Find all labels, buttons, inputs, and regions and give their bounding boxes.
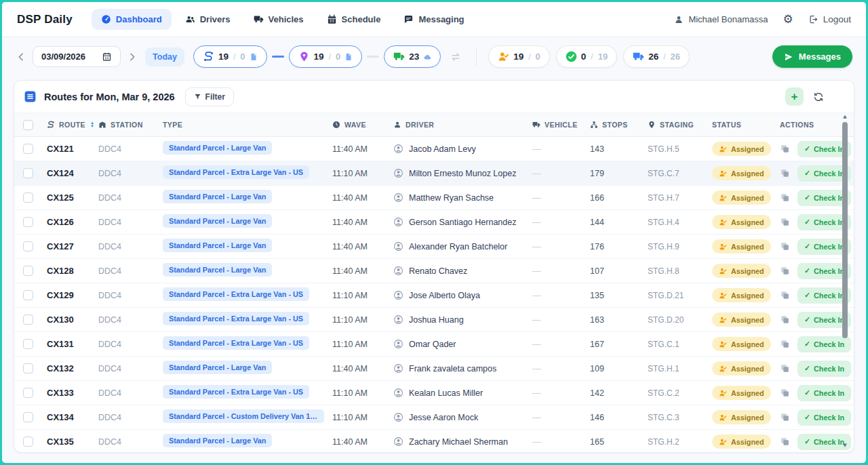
row-checkbox[interactable] <box>23 144 33 154</box>
row-checkbox[interactable] <box>23 217 33 227</box>
wave-time: 11:10 AM <box>332 413 368 422</box>
station-value: DDC4 <box>98 169 121 178</box>
check-icon: ✓ <box>804 315 810 324</box>
top-navigation: DSP Daily Dashboard Drivers Vehicles Sch… <box>2 2 866 37</box>
user-account[interactable]: Michael Bonamassa <box>674 14 768 24</box>
table-row[interactable]: CX128 DDC4 Standard Parcel - Large Van 1… <box>14 259 854 283</box>
vehicle-value: — <box>532 218 541 227</box>
fleet-denom: 26 <box>671 52 680 62</box>
table-row[interactable]: CX131 DDC4 Standard Parcel - Extra Large… <box>14 332 854 357</box>
row-checkbox[interactable] <box>23 412 33 422</box>
copy-icon[interactable] <box>780 437 790 447</box>
nav-tab-vehicles[interactable]: Vehicles <box>244 9 313 30</box>
check-icon: ✓ <box>804 242 810 251</box>
previous-day-button[interactable] <box>16 52 26 62</box>
assigned-person-icon <box>719 218 727 226</box>
copy-icon[interactable] <box>780 266 790 276</box>
wave-time: 11:40 AM <box>332 193 368 203</box>
vertical-scrollbar[interactable]: ▲ ▼ <box>841 114 849 449</box>
copy-icon[interactable] <box>780 168 790 178</box>
row-checkbox[interactable] <box>23 266 33 276</box>
copy-icon[interactable] <box>780 315 790 325</box>
copy-icon[interactable] <box>780 241 790 251</box>
row-checkbox[interactable] <box>23 241 33 251</box>
nav-tab-drivers[interactable]: Drivers <box>176 9 240 30</box>
add-route-button[interactable]: + <box>785 87 804 106</box>
route-type-badge: Standard Parcel - Extra Large Van - US <box>163 287 309 301</box>
copy-icon[interactable] <box>780 339 790 349</box>
nav-tab-messaging[interactable]: Messaging <box>394 9 473 30</box>
table-row[interactable]: CX126 DDC4 Standard Parcel - Large Van 1… <box>14 210 854 235</box>
route-code: CX124 <box>47 168 74 178</box>
select-all-checkbox[interactable] <box>23 120 33 130</box>
table-row[interactable]: CX133 DDC4 Standard Parcel - Extra Large… <box>14 381 854 405</box>
routes-count: 19 <box>218 52 229 62</box>
date-picker[interactable]: 03/09/2026 <box>33 46 121 67</box>
pin-icon <box>648 121 656 129</box>
row-checkbox[interactable] <box>23 290 33 300</box>
driver-name: Kealan Lucas Miller <box>409 388 483 398</box>
next-day-button[interactable] <box>127 52 138 62</box>
refresh-icon[interactable] <box>813 92 824 102</box>
scroll-up-icon[interactable]: ▲ <box>843 114 846 120</box>
driver-name: Matthew Ryan Sachse <box>409 193 494 203</box>
table-row[interactable]: CX129 DDC4 Standard Parcel - Extra Large… <box>14 283 854 308</box>
row-checkbox[interactable] <box>23 363 33 373</box>
driver-avatar-icon <box>393 437 403 447</box>
copy-icon[interactable] <box>780 144 790 154</box>
assigned-person-icon <box>719 194 727 202</box>
table-row[interactable]: CX135 DDC4 Standard Parcel - Large Van 1… <box>14 430 854 453</box>
scrollbar-thumb[interactable] <box>842 122 848 338</box>
logout-button[interactable]: Logout <box>808 14 851 24</box>
check-icon: ✓ <box>804 364 810 373</box>
table-row[interactable]: CX121 DDC4 Standard Parcel - Large Van 1… <box>14 137 854 161</box>
stops-value: 142 <box>590 388 604 398</box>
fleet-pill[interactable]: 26 / 26 <box>623 45 690 68</box>
table-row[interactable]: CX132 DDC4 Standard Parcel - Large Van 1… <box>14 357 854 381</box>
row-checkbox[interactable] <box>23 168 33 178</box>
today-button[interactable]: Today <box>145 47 184 66</box>
gear-icon[interactable]: ⚙ <box>783 14 793 25</box>
row-checkbox[interactable] <box>23 437 33 447</box>
row-checkbox[interactable] <box>23 339 33 349</box>
vehicle-value: — <box>532 388 541 398</box>
drivers-assigned-pill[interactable]: 19 / 0 <box>488 45 550 68</box>
routes-pill[interactable]: 19 / 0 <box>193 45 267 68</box>
staging-locations-pill[interactable]: 19 / 0 <box>289 45 363 68</box>
sort-icon[interactable]: ▲▼ <box>90 121 94 128</box>
copy-icon[interactable] <box>780 290 790 300</box>
nav-tab-dashboard[interactable]: Dashboard <box>92 9 172 30</box>
driver-avatar-icon <box>393 168 403 178</box>
messages-button[interactable]: Messages <box>772 45 852 68</box>
copy-icon[interactable] <box>780 363 790 373</box>
copy-icon[interactable] <box>780 388 790 398</box>
station-value: DDC4 <box>98 266 121 276</box>
copy-icon[interactable] <box>780 412 790 422</box>
staging-value: STG.C.3 <box>648 413 679 422</box>
checkins-pill[interactable]: 0 / 19 <box>556 45 617 68</box>
vehicle-value: — <box>532 315 541 325</box>
row-checkbox[interactable] <box>23 193 33 203</box>
assigned-person-icon <box>719 169 727 178</box>
route-code: CX129 <box>47 290 74 300</box>
table-row[interactable]: CX130 DDC4 Standard Parcel - Extra Large… <box>14 308 854 332</box>
copy-icon[interactable] <box>780 217 790 227</box>
row-checkbox[interactable] <box>23 388 33 398</box>
table-row[interactable]: CX125 DDC4 Standard Parcel - Large Van 1… <box>14 186 854 210</box>
scrollbar-track[interactable] <box>841 120 849 443</box>
table-row[interactable]: CX134 DDC4 Standard Parcel - Custom Deli… <box>14 405 854 430</box>
assigned-person-icon <box>719 291 727 300</box>
copy-icon[interactable] <box>780 193 790 203</box>
table-row[interactable]: CX124 DDC4 Standard Parcel - Extra Large… <box>14 161 854 186</box>
check-in-label: Check In <box>814 169 844 178</box>
row-checkbox[interactable] <box>23 315 33 325</box>
nav-tab-schedule[interactable]: Schedule <box>317 9 391 30</box>
vehicles-pill[interactable]: 23 <box>384 45 441 68</box>
check-in-label: Check In <box>814 145 844 153</box>
station-value: DDC4 <box>98 340 121 349</box>
table-row[interactable]: CX127 DDC4 Standard Parcel - Large Van 1… <box>14 235 854 259</box>
swap-icon[interactable] <box>450 51 462 63</box>
check-icon: ✓ <box>804 388 810 397</box>
scroll-down-icon[interactable]: ▼ <box>843 443 846 449</box>
filter-button[interactable]: Filter <box>185 87 234 106</box>
